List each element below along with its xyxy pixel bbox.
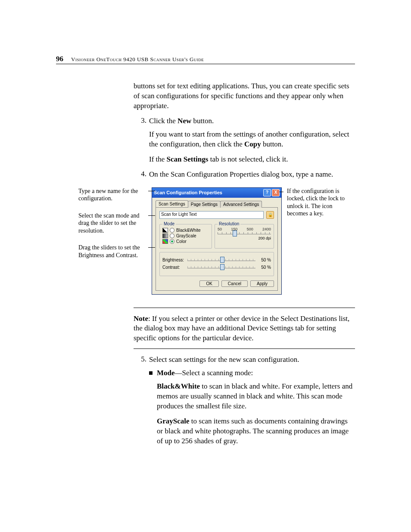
contrast-thumb[interactable] — [220, 264, 224, 270]
copy-bold: Copy — [244, 140, 261, 148]
tab-strip: Scan Settings Page Settings Advanced Set… — [156, 200, 278, 207]
resolution-groupbox: Resolution 50 150 500 2400 200 dpi — [215, 224, 274, 249]
step-number: 5. — [134, 355, 149, 365]
tab-page-settings[interactable]: Page Settings — [188, 201, 221, 208]
note-paragraph: Note: If you select a printer or other d… — [134, 314, 355, 344]
bw-icon — [162, 228, 168, 233]
scan-config-dialog: Scan Configuration Properties ? X Scan S… — [152, 187, 282, 295]
tab-scan-settings[interactable]: Scan Settings — [156, 200, 188, 207]
text: Click the — [149, 117, 177, 125]
brightness-thumb[interactable] — [220, 257, 224, 263]
radio-bw[interactable] — [170, 228, 174, 233]
figure-row: Type a new name for the configuration. S… — [78, 187, 355, 295]
step-text: Select scan settings for the new scan co… — [149, 355, 355, 365]
mode-bw-row[interactable]: Black&White — [162, 228, 209, 233]
radio-color[interactable] — [170, 239, 174, 244]
mode-legend: Mode — [162, 221, 176, 226]
divider — [134, 308, 355, 308]
text: button. — [191, 117, 214, 125]
dpi-value: 200 dpi — [218, 236, 271, 240]
callout-left-3: Drag the sliders to set the Brightness a… — [78, 244, 147, 259]
step-text: On the Scan Configuration Properties dia… — [149, 170, 355, 180]
left-callouts: Type a new name for the configuration. S… — [78, 187, 152, 269]
bw-paragraph: Black&White to scan in black and white. … — [157, 382, 355, 411]
dialog-body: Scan Settings Page Settings Advanced Set… — [152, 198, 281, 294]
body-column: buttons set for text editing application… — [134, 81, 355, 180]
mode-bold: Mode — [157, 369, 175, 377]
mode-groupbox: Mode Black&White GrayScale — [159, 224, 212, 249]
header-title: Visioneer OneTouch 9420 USB Scanner User… — [71, 56, 204, 63]
dialog-titlebar[interactable]: Scan Configuration Properties ? X — [152, 188, 281, 198]
step-4: 4. On the Scan Configuration Properties … — [134, 170, 355, 180]
mode-bullet: Mode—Select a scanning mode: — [149, 368, 355, 378]
tab-advanced-settings[interactable]: Advanced Settings — [220, 201, 262, 208]
dialog-title: Scan Configuration Properties — [154, 190, 262, 195]
mode-color-row[interactable]: Color — [162, 239, 209, 244]
resolution-ticks: 50 150 500 2400 — [218, 227, 271, 231]
mode-bw-label: Black&White — [176, 228, 201, 233]
square-bullet-icon — [149, 371, 153, 375]
step-5: 5. Select scan settings for the new scan… — [134, 355, 355, 365]
lock-icon[interactable]: 🔒 — [266, 211, 274, 219]
gs-bold: GrayScale — [157, 417, 190, 425]
text: tab is not selected, click it. — [208, 155, 288, 163]
brightness-slider[interactable] — [187, 259, 255, 261]
mode-gs-row[interactable]: GrayScale — [162, 233, 209, 238]
scansettings-bold: Scan Settings — [167, 155, 209, 163]
callout-left-1: Type a new name for the configuration. — [78, 187, 147, 202]
gs-icon — [162, 233, 168, 238]
page-header: 96 Visioneer OneTouch 9420 USB Scanner U… — [56, 64, 355, 64]
mode-color-label: Color — [176, 239, 187, 244]
note-label: Note — [134, 314, 148, 323]
bw-bold: Black&White — [157, 382, 200, 390]
tick: 50 — [218, 227, 222, 231]
note-text: : If you select a printer or other devic… — [134, 314, 349, 342]
config-name-row: Scan for Light Text 🔒 — [159, 211, 274, 219]
gs-paragraph: GrayScale to scan items such as document… — [157, 417, 355, 446]
cancel-button[interactable]: Cancel — [221, 280, 248, 287]
callout-left-2: Select the scan mode and drag the slider… — [78, 212, 147, 235]
step-text: Click the New button. — [149, 116, 355, 126]
resolution-slider[interactable] — [218, 232, 271, 234]
text: —Select a scanning mode: — [175, 369, 253, 377]
text: If the — [149, 155, 167, 163]
tab-panel: Scan for Light Text 🔒 Mode Black&White — [156, 207, 278, 291]
close-button[interactable]: X — [272, 189, 280, 196]
brightness-row: Brightness: 50 % — [162, 258, 271, 262]
resolution-thumb[interactable] — [233, 230, 237, 236]
intro-paragraph: buttons set for text editing application… — [134, 81, 355, 111]
divider — [134, 348, 355, 349]
contrast-row: Contrast: 50 % — [162, 265, 271, 270]
tick: 500 — [247, 227, 253, 231]
brightness-value: 50 % — [255, 258, 271, 262]
contrast-value: 50 % — [255, 265, 271, 270]
mode-resolution-row: Mode Black&White GrayScale — [159, 222, 274, 249]
step-number: 3. — [134, 116, 149, 126]
brightness-contrast-groupbox: Brightness: 50 % Contrast: 50 % — [159, 252, 274, 276]
step3-sub2: If the Scan Settings tab is not selected… — [149, 155, 355, 165]
color-icon — [162, 239, 168, 244]
body-column-2: Note: If you select a printer or other d… — [134, 308, 355, 446]
mode-gs-label: GrayScale — [176, 233, 196, 238]
resolution-legend: Resolution — [218, 221, 240, 226]
step-3: 3. Click the New button. — [134, 116, 355, 126]
step-number: 4. — [134, 170, 149, 180]
apply-button[interactable]: Apply — [250, 280, 274, 287]
config-name-input[interactable]: Scan for Light Text — [159, 211, 264, 219]
brightness-label: Brightness: — [162, 258, 187, 262]
page-number: 96 — [56, 55, 63, 63]
contrast-slider[interactable] — [187, 266, 255, 268]
contrast-label: Contrast: — [162, 265, 187, 270]
text: button. — [261, 140, 283, 148]
new-bold: New — [177, 117, 191, 125]
step3-sub1: If you want to start from the settings o… — [149, 130, 355, 149]
document-page: 96 Visioneer OneTouch 9420 USB Scanner U… — [0, 0, 411, 486]
help-button[interactable]: ? — [263, 189, 271, 196]
bullet-text: Mode—Select a scanning mode: — [157, 368, 253, 378]
ok-button[interactable]: OK — [199, 280, 218, 287]
right-callout: If the configuration is locked, click th… — [282, 187, 352, 218]
dialog-buttons: OK Cancel Apply — [159, 280, 274, 287]
radio-gs[interactable] — [170, 233, 174, 238]
tick: 2400 — [262, 227, 271, 231]
